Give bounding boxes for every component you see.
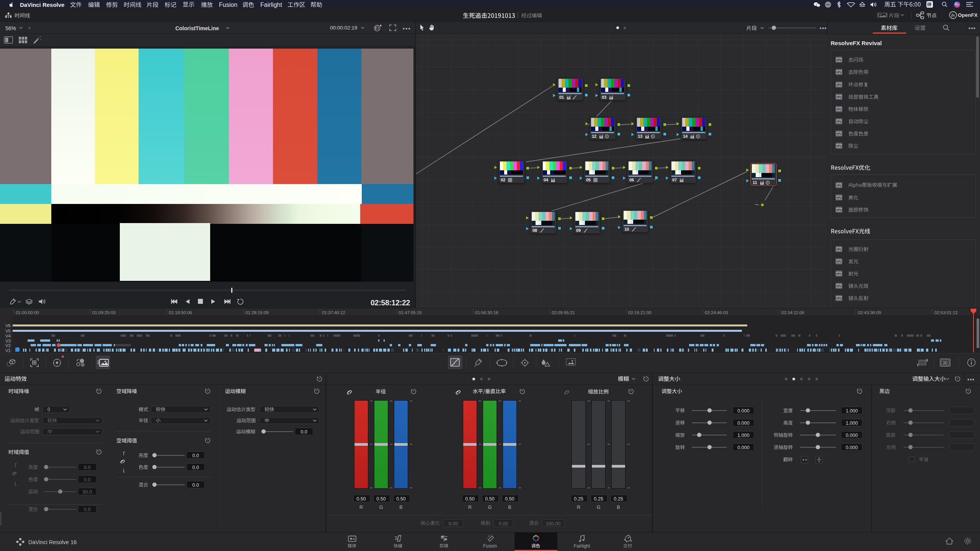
svg-text:GPU: GPU: [836, 260, 842, 263]
svg-text:GPU: GPU: [836, 248, 842, 251]
svg-text:GPU: GPU: [836, 120, 842, 123]
svg-text:GPU: GPU: [836, 71, 842, 73]
svg-text:GPU: GPU: [836, 59, 842, 61]
svg-text:GPU: GPU: [836, 209, 842, 211]
svg-text:GPU: GPU: [836, 132, 842, 135]
svg-text:GPU: GPU: [836, 145, 842, 147]
svg-text:fx: fx: [951, 13, 954, 17]
svg-text:GPU: GPU: [836, 297, 842, 300]
svg-text:GPU: GPU: [836, 184, 842, 187]
svg-text:GPU: GPU: [836, 108, 842, 111]
svg-text:3D: 3D: [942, 360, 948, 365]
svg-text:GPU: GPU: [836, 96, 842, 98]
svg-text:GPU: GPU: [836, 272, 842, 275]
svg-text:GPU: GPU: [836, 285, 842, 287]
svg-text:GPU: GPU: [836, 83, 842, 86]
svg-text:GPU: GPU: [836, 196, 842, 199]
